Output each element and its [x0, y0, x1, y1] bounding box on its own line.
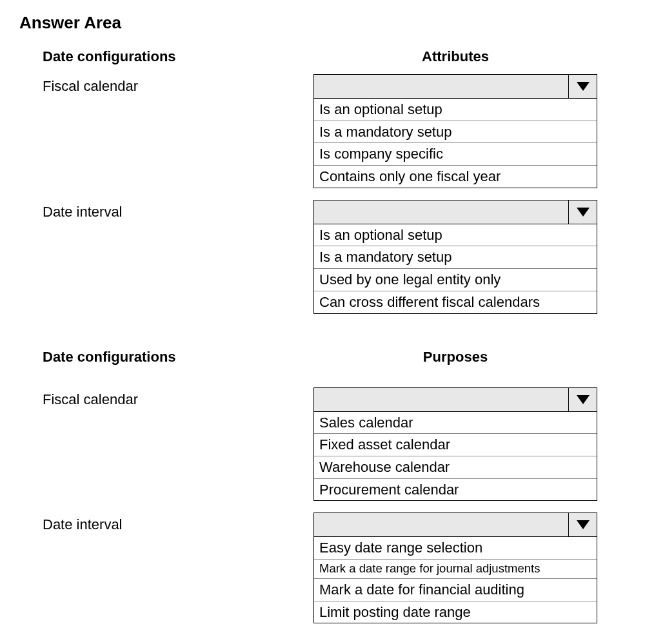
list-item[interactable]: Used by one legal entity only — [314, 269, 597, 291]
chevron-down-icon — [568, 200, 597, 224]
date-interval-purpose-dropdown[interactable] — [313, 512, 597, 537]
list-item[interactable]: Mark a date range for journal adjustment… — [314, 560, 597, 579]
fiscal-calendar-label-2: Fiscal calendar — [43, 387, 313, 408]
fiscal-calendar-attribute-dropdown[interactable] — [313, 74, 597, 99]
list-item[interactable]: Is an optional setup — [314, 99, 597, 121]
chevron-down-icon — [568, 75, 597, 98]
list-item[interactable]: Limit posting date range — [314, 601, 597, 623]
attributes-header: Attributes — [313, 48, 597, 65]
list-item[interactable]: Can cross different fiscal calendars — [314, 291, 597, 313]
list-item[interactable]: Easy date range selection — [314, 537, 597, 560]
date-interval-purpose-options: Easy date range selection Mark a date ra… — [313, 537, 597, 623]
list-item[interactable]: Is a mandatory setup — [314, 121, 597, 144]
date-configurations-header-2: Date configurations — [43, 349, 313, 366]
fiscal-calendar-purpose-dropdown[interactable] — [313, 387, 597, 412]
fiscal-calendar-attribute-options: Is an optional setup Is a mandatory setu… — [313, 99, 597, 188]
fiscal-calendar-label-1: Fiscal calendar — [43, 74, 313, 95]
date-interval-label-1: Date interval — [43, 200, 313, 220]
chevron-down-icon — [568, 388, 597, 411]
chevron-down-icon — [568, 513, 597, 536]
purposes-header: Purposes — [313, 349, 597, 366]
svg-marker-3 — [577, 520, 590, 529]
page-title: Answer Area — [19, 13, 626, 33]
list-item[interactable]: Sales calendar — [314, 412, 597, 434]
list-item[interactable]: Fixed asset calendar — [314, 434, 597, 456]
list-item[interactable]: Is a mandatory setup — [314, 246, 597, 269]
svg-marker-0 — [577, 82, 590, 91]
fiscal-calendar-purpose-options: Sales calendar Fixed asset calendar Ware… — [313, 412, 597, 502]
svg-marker-1 — [577, 208, 590, 217]
list-item[interactable]: Contains only one fiscal year — [314, 166, 597, 188]
list-item[interactable]: Procurement calendar — [314, 479, 597, 501]
list-item[interactable]: Mark a date for financial auditing — [314, 579, 597, 601]
date-configurations-header-1: Date configurations — [43, 48, 313, 65]
date-interval-label-2: Date interval — [43, 512, 313, 533]
list-item[interactable]: Warehouse calendar — [314, 456, 597, 479]
date-interval-attribute-options: Is an optional setup Is a mandatory setu… — [313, 224, 597, 314]
date-interval-attribute-dropdown[interactable] — [313, 200, 597, 224]
svg-marker-2 — [577, 395, 590, 404]
list-item[interactable]: Is an optional setup — [314, 224, 597, 247]
list-item[interactable]: Is company specific — [314, 143, 597, 166]
